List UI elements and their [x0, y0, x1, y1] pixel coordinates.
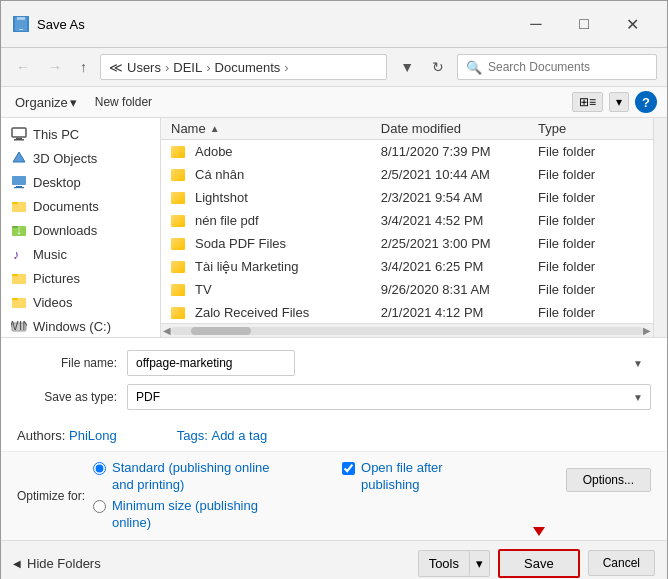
sidebar-label-music: Music	[33, 247, 67, 262]
chevron-left-icon: ◀	[13, 558, 21, 569]
view-dropdown-button[interactable]: ▾	[609, 92, 629, 112]
table-row[interactable]: Soda PDF Files 2/25/2021 3:00 PM File fo…	[161, 232, 653, 255]
sidebar-item-documents[interactable]: Documents	[1, 194, 160, 218]
sidebar-item-downloads[interactable]: ↓ Downloads	[1, 218, 160, 242]
table-row[interactable]: Zalo Received Files 2/1/2021 4:12 PM Fil…	[161, 301, 653, 323]
file-name: Zalo Received Files	[171, 305, 381, 320]
file-type: File folder	[538, 213, 643, 228]
hide-folders-label: Hide Folders	[27, 556, 101, 571]
window-controls: ─ □ ✕	[513, 9, 655, 39]
svg-rect-3	[12, 128, 26, 137]
vertical-scrollbar[interactable]	[653, 118, 667, 337]
authors-label: Authors:	[17, 428, 65, 443]
hide-folders-button[interactable]: ◀ Hide Folders	[13, 556, 101, 571]
column-header-date[interactable]: Date modified	[381, 121, 538, 136]
save-button[interactable]: Save	[498, 549, 580, 578]
breadcrumb[interactable]: ≪ Users › DEIL › Documents ›	[100, 54, 387, 80]
sidebar-item-windows-c[interactable]: WIN Windows (C:)	[1, 314, 160, 337]
file-type: File folder	[538, 259, 643, 274]
sidebar: This PC 3D Objects Desktop Documents	[1, 118, 161, 337]
view-button[interactable]: ⊞≡	[572, 92, 603, 112]
3d-objects-icon	[11, 150, 27, 166]
maximize-button[interactable]: □	[561, 9, 607, 39]
sidebar-item-music[interactable]: ♪ Music	[1, 242, 160, 266]
file-type: File folder	[538, 305, 643, 320]
table-row[interactable]: Lightshot 2/3/2021 9:54 AM File folder	[161, 186, 653, 209]
optimize-standard-radio[interactable]	[93, 462, 106, 475]
filename-label: File name:	[17, 356, 127, 370]
open-file-checkbox[interactable]	[342, 462, 355, 475]
desktop-icon	[11, 174, 27, 190]
column-header-type[interactable]: Type	[538, 121, 643, 136]
meta-row: Authors: PhiLong Tags: Add a tag	[1, 424, 667, 451]
table-row[interactable]: Tài liệu Marketing 3/4/2021 6:25 PM File…	[161, 255, 653, 278]
optimize-minimum-radio[interactable]	[93, 500, 106, 513]
tools-dropdown-button[interactable]: ▾	[470, 551, 489, 576]
horizontal-scrollbar[interactable]: ◀ ▶	[161, 323, 653, 337]
help-button[interactable]: ?	[635, 91, 657, 113]
title-bar: Save As ─ □ ✕	[1, 1, 667, 48]
sidebar-item-desktop[interactable]: Desktop	[1, 170, 160, 194]
videos-icon	[11, 294, 27, 310]
breadcrumb-documents[interactable]: Documents	[215, 60, 281, 75]
tags-value[interactable]: Add a tag	[211, 428, 267, 443]
table-row[interactable]: Cá nhân 2/5/2021 10:44 AM File folder	[161, 163, 653, 186]
open-file-label: Open file after publishing	[361, 460, 501, 494]
new-folder-button[interactable]: New folder	[89, 93, 158, 111]
file-date: 2/1/2021 4:12 PM	[381, 305, 538, 320]
breadcrumb-users[interactable]: Users	[127, 60, 161, 75]
breadcrumb-sep-2: ›	[206, 60, 210, 75]
filename-row: File name: ▼	[17, 350, 651, 376]
file-name: Lightshot	[171, 190, 381, 205]
dialog-title: Save As	[37, 17, 505, 32]
breadcrumb-dell[interactable]: DEIL	[173, 60, 202, 75]
optimize-minimum-option[interactable]: Minimum size (publishing online)	[93, 498, 292, 532]
tools-button[interactable]: Tools	[419, 551, 470, 576]
sidebar-label-documents: Documents	[33, 199, 99, 214]
savetype-select[interactable]: PDF Word Document Plain Text	[127, 384, 651, 410]
sidebar-label-pictures: Pictures	[33, 271, 80, 286]
search-input[interactable]	[488, 60, 648, 74]
close-button[interactable]: ✕	[609, 9, 655, 39]
file-date: 8/11/2020 7:39 PM	[381, 144, 538, 159]
sidebar-item-pictures[interactable]: Pictures	[1, 266, 160, 290]
cancel-button[interactable]: Cancel	[588, 550, 655, 576]
sidebar-label-desktop: Desktop	[33, 175, 81, 190]
search-box[interactable]: 🔍	[457, 54, 657, 80]
table-row[interactable]: TV 9/26/2020 8:31 AM File folder	[161, 278, 653, 301]
svg-rect-17	[12, 274, 18, 276]
options-button[interactable]: Options...	[566, 468, 651, 492]
sidebar-item-videos[interactable]: Videos	[1, 290, 160, 314]
sidebar-item-3d-objects[interactable]: 3D Objects	[1, 146, 160, 170]
open-file-option[interactable]: Open file after publishing	[342, 460, 501, 494]
sidebar-item-this-pc[interactable]: This PC	[1, 122, 160, 146]
file-name: Adobe	[171, 144, 381, 159]
breadcrumb-icon: ≪	[109, 60, 123, 75]
tags-label: Tags:	[177, 428, 208, 443]
form-section: File name: ▼ Save as type: PDF Word Docu…	[1, 338, 667, 424]
save-button-container: Save	[498, 549, 580, 578]
file-name: Cá nhân	[171, 167, 381, 182]
back-button[interactable]: ←	[11, 56, 35, 78]
table-row[interactable]: nén file pdf 3/4/2021 4:52 PM File folde…	[161, 209, 653, 232]
dialog-icon	[13, 16, 29, 32]
organize-button[interactable]: Organize ▾	[11, 93, 81, 112]
refresh-button[interactable]: ↻	[427, 56, 449, 78]
forward-button[interactable]: →	[43, 56, 67, 78]
folder-icon	[171, 192, 185, 204]
table-row[interactable]: Adobe 8/11/2020 7:39 PM File folder	[161, 140, 653, 163]
optimize-standard-label: Standard (publishing online and printing…	[112, 460, 292, 494]
file-date: 2/5/2021 10:44 AM	[381, 167, 538, 182]
pictures-icon	[11, 270, 27, 286]
optimize-standard-option[interactable]: Standard (publishing online and printing…	[93, 460, 292, 494]
dropdown-button[interactable]: ▼	[395, 56, 419, 78]
svg-rect-11	[12, 202, 18, 204]
minimize-button[interactable]: ─	[513, 9, 559, 39]
up-button[interactable]: ↑	[75, 56, 92, 78]
filename-input[interactable]	[127, 350, 295, 376]
file-date: 2/25/2021 3:00 PM	[381, 236, 538, 251]
column-header-name[interactable]: Name ▲	[171, 121, 381, 136]
options-section: Optimize for: Standard (publishing onlin…	[1, 451, 667, 540]
authors-value[interactable]: PhiLong	[69, 428, 117, 443]
optimize-label: Optimize for:	[17, 489, 85, 503]
